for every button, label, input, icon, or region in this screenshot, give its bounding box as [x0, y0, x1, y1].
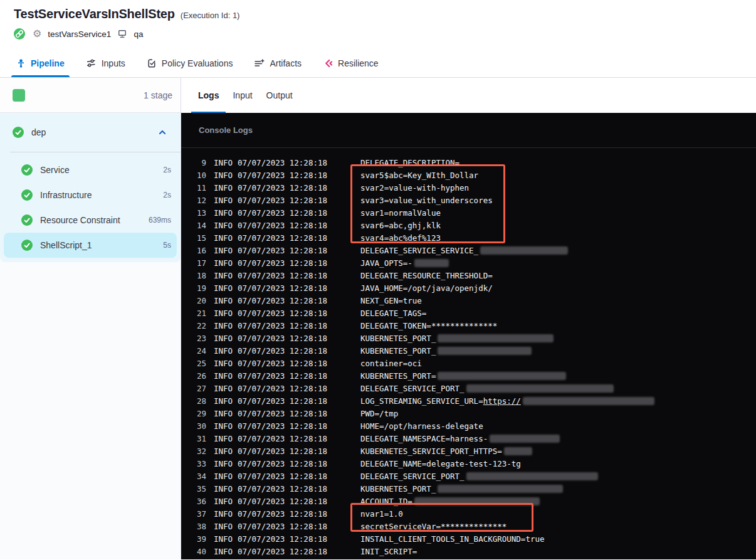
stage-count: 1 stage — [144, 90, 172, 100]
step-duration: 2s — [163, 166, 171, 174]
tab-output[interactable]: Output — [260, 78, 300, 113]
tab-label: Input — [233, 90, 252, 100]
log-level: INFO — [214, 283, 234, 293]
log-row: 38INFO07/07/2023 12:28:18secretServiceVa… — [194, 520, 756, 532]
log-message: DELEGATE_TOKEN=************** — [360, 321, 497, 330]
tab-label: Output — [266, 90, 293, 100]
tab-artifacts[interactable]: Artifacts — [254, 50, 302, 77]
log-row: 16INFO07/07/2023 12:28:18DELEGATE_SERVIC… — [194, 244, 756, 256]
log-line-number: 17 — [194, 258, 206, 268]
tab-input[interactable]: Input — [226, 78, 259, 113]
log-message: DELEGATE_TAGS= — [360, 309, 426, 318]
log-row: 29INFO07/07/2023 12:28:18PWD=/tmp — [194, 407, 756, 420]
log-timestamp: 07/07/2023 12:28:18 — [238, 258, 329, 268]
stage-group-header[interactable]: dep — [0, 113, 181, 152]
main-area: 1 stage dep Service2sInfrastructure2sRes… — [0, 78, 756, 559]
log-level: INFO — [214, 497, 234, 506]
log-level: INFO — [214, 547, 234, 556]
redacted-text — [438, 485, 563, 493]
log-timestamp: 07/07/2023 12:28:18 — [238, 296, 329, 305]
gear-icon[interactable]: ⚙ — [33, 29, 41, 39]
log-message: INSTALL_CLIENT_TOOLS_IN_BACKGROUND=true — [360, 534, 545, 544]
execution-id: (Execution Id: 1) — [181, 11, 240, 20]
log-row: 9INFO07/07/2023 12:28:18DELEGATE_DESCRIP… — [194, 156, 756, 169]
console: Console Logs 9INFO07/07/2023 12:28:18DEL… — [181, 113, 756, 559]
tab-pipeline[interactable]: Pipeline — [16, 50, 65, 77]
log-line-number: 22 — [194, 321, 206, 330]
log-text: nvar1=1.0 — [360, 509, 403, 519]
log-line-number: 11 — [194, 183, 206, 193]
console-header[interactable]: Console Logs — [181, 113, 756, 148]
log-line-number: 34 — [194, 472, 206, 481]
log-message: DELEGATE_DESCRIPTION= — [360, 158, 459, 167]
log-message: ACCOUNT_ID= — [360, 497, 540, 506]
log-row: 27INFO07/07/2023 12:28:18DELEGATE_SERVIC… — [194, 382, 756, 394]
log-link[interactable]: https:// — [483, 396, 521, 406]
log-level: INFO — [214, 434, 234, 443]
step-row[interactable]: Resource Constraint639ms — [0, 208, 181, 233]
log-text: secretServiceVar=************** — [360, 522, 507, 531]
tab-logs[interactable]: Logs — [191, 78, 226, 113]
success-check-icon — [21, 240, 33, 251]
log-level: INFO — [214, 384, 234, 393]
log-line-number: 39 — [194, 534, 206, 544]
log-timestamp: 07/07/2023 12:28:18 — [238, 346, 329, 356]
log-row: 13INFO07/07/2023 12:28:18svar1=normalVal… — [194, 206, 756, 219]
step-row[interactable]: Service2s — [0, 157, 181, 182]
log-level: INFO — [214, 334, 234, 343]
service-name[interactable]: testVarsService1 — [48, 29, 111, 39]
log-message: nvar1=1.0 — [360, 509, 403, 519]
log-message: DELEGATE_SERVICE_SERVICE_ — [360, 246, 568, 255]
stage-summary-bar: 1 stage — [0, 78, 181, 113]
log-level: INFO — [214, 258, 234, 268]
log-text: JAVA_HOME=/opt/java/openjdk/ — [360, 283, 493, 293]
log-message: svar3=value_with_underscores — [360, 196, 493, 205]
log-level: INFO — [214, 396, 234, 406]
log-message: KUBERNETES_PORT= — [360, 371, 566, 381]
log-line-number: 19 — [194, 283, 206, 293]
log-text: DELEGATE_RESOURCE_THRESHOLD= — [360, 271, 493, 280]
log-text: ACCOUNT_ID= — [360, 497, 412, 506]
log-row: 34INFO07/07/2023 12:28:18DELEGATE_SERVIC… — [194, 470, 756, 482]
tab-policy-evaluations[interactable]: Policy Evaluations — [147, 50, 233, 77]
log-row: 31INFO07/07/2023 12:28:18DELEGATE_NAMESP… — [194, 432, 756, 445]
page-title: TestServiceVarsInShellStep — [14, 7, 175, 21]
log-timestamp: 07/07/2023 12:28:18 — [238, 309, 329, 318]
log-line-number: 12 — [194, 196, 206, 205]
tab-label: Artifacts — [270, 58, 302, 68]
log-row: 40INFO07/07/2023 12:28:18INIT_SCRIPT= — [194, 545, 756, 557]
log-row: 25INFO07/07/2023 12:28:18container=oci — [194, 357, 756, 369]
log-timestamp: 07/07/2023 12:28:18 — [238, 497, 329, 506]
log-line-number: 30 — [194, 421, 206, 431]
log-line-number: 9 — [194, 158, 206, 167]
log-message: DELEGATE_NAME=delegate-test-123-tg — [360, 459, 521, 468]
log-line-number: 29 — [194, 409, 206, 418]
log-message: DELEGATE_SERVICE_PORT_ — [360, 472, 598, 481]
step-row[interactable]: Infrastructure2s — [0, 182, 181, 208]
redacted-text — [504, 447, 532, 455]
environment-name[interactable]: qa — [134, 29, 143, 39]
tab-label: Pipeline — [31, 58, 65, 68]
console-log-list[interactable]: 9INFO07/07/2023 12:28:18DELEGATE_DESCRIP… — [181, 148, 756, 559]
log-timestamp: 07/07/2023 12:28:18 — [238, 409, 329, 418]
chevron-up-icon[interactable] — [158, 128, 167, 137]
success-check-icon — [21, 164, 33, 176]
log-line-number: 31 — [194, 434, 206, 443]
tab-inputs[interactable]: Inputs — [86, 50, 125, 77]
step-label: Resource Constraint — [40, 215, 149, 225]
log-timestamp: 07/07/2023 12:28:18 — [238, 246, 329, 255]
log-line-number: 24 — [194, 346, 206, 356]
log-text: DELEGATE_SERVICE_PORT_ — [360, 472, 465, 481]
stage-status-swatch[interactable] — [13, 89, 25, 102]
log-level: INFO — [214, 346, 234, 356]
log-timestamp: 07/07/2023 12:28:18 — [238, 547, 329, 556]
log-row: 21INFO07/07/2023 12:28:18DELEGATE_TAGS= — [194, 307, 756, 319]
step-row[interactable]: ShellScript_15s — [4, 233, 177, 258]
log-message: container=oci — [360, 359, 422, 368]
log-row: 26INFO07/07/2023 12:28:18KUBERNETES_PORT… — [194, 369, 756, 382]
tab-label: Logs — [198, 90, 219, 100]
log-text: PWD=/tmp — [360, 409, 398, 418]
tab-resilience[interactable]: Resilience — [323, 50, 379, 77]
log-text: KUBERNETES_PORT_ — [360, 346, 436, 356]
log-message: KUBERNETES_SERVICE_PORT_HTTPS= — [360, 446, 532, 456]
